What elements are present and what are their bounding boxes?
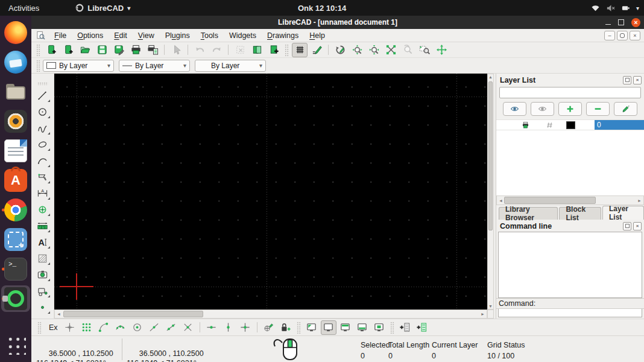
menu-file[interactable]: File: [49, 30, 72, 41]
modify-tool-button[interactable]: [35, 203, 51, 217]
clock[interactable]: Onk 12 10:14: [0, 4, 644, 13]
snap-grid-button[interactable]: [79, 320, 95, 335]
dock-item-firefox[interactable]: [1, 19, 30, 46]
add-options-widget-button[interactable]: [414, 320, 430, 335]
menu-tools[interactable]: Tools: [195, 30, 224, 41]
pen-color-combo[interactable]: By Layer ▾: [43, 60, 114, 72]
dock-area-floating-button[interactable]: [371, 320, 387, 335]
dock-item-chrome[interactable]: [1, 197, 30, 223]
restrict-horizontal-button[interactable]: [204, 320, 219, 335]
zoom-pan-button[interactable]: [434, 43, 449, 57]
scroll-left-icon[interactable]: ◄: [57, 310, 61, 318]
dock-item-screenshot-tool[interactable]: [1, 226, 30, 253]
menu-help[interactable]: Help: [304, 30, 330, 41]
menu-view[interactable]: View: [133, 30, 160, 41]
scroll-left-icon[interactable]: ◄: [499, 196, 503, 205]
curve-tool-button[interactable]: [35, 121, 51, 135]
menu-drawings[interactable]: Drawings: [262, 30, 304, 41]
paste-button[interactable]: [266, 43, 282, 57]
layer-color-cell[interactable]: [561, 120, 595, 130]
copy-button[interactable]: [249, 43, 265, 57]
undo-button[interactable]: [192, 43, 207, 57]
save-drawing-button[interactable]: [94, 43, 110, 57]
add-command-widget-button[interactable]: [397, 320, 413, 335]
tab-library-browser[interactable]: Library Browser: [499, 207, 558, 220]
vertical-scrollbar[interactable]: ▲ ▼: [487, 74, 494, 310]
dock-item-rhythmbox[interactable]: [1, 108, 30, 135]
dock-item-ubuntu-software[interactable]: [1, 167, 30, 194]
ellipse-tool-button[interactable]: [35, 138, 51, 151]
snap-endpoints-button[interactable]: [96, 320, 112, 335]
dock-area-top-button[interactable]: [338, 320, 353, 335]
print-button[interactable]: [128, 43, 144, 57]
layer-filter-input[interactable]: [499, 87, 641, 98]
image-tool-button[interactable]: [35, 268, 51, 282]
scroll-right-icon[interactable]: ►: [637, 196, 642, 205]
cut-button[interactable]: [232, 43, 248, 57]
circle-tool-button[interactable]: [35, 105, 51, 119]
horizontal-scrollbar[interactable]: ◄ ►: [54, 310, 487, 319]
drawing-canvas[interactable]: [54, 74, 487, 310]
layer-row[interactable]: 0: [496, 119, 644, 130]
selection-pointer-button[interactable]: [168, 43, 184, 57]
mdi-restore-button[interactable]: [617, 31, 628, 40]
restore-button[interactable]: [618, 19, 624, 25]
polyline-tool-button[interactable]: [35, 154, 51, 168]
text-tool-button[interactable]: A: [35, 235, 51, 249]
zoom-auto-button[interactable]: [383, 43, 399, 57]
dock-item-terminal[interactable]: [1, 256, 30, 282]
float-panel-button[interactable]: [623, 222, 631, 230]
zoom-redraw-button[interactable]: [332, 43, 348, 57]
close-panel-button[interactable]: ×: [633, 222, 642, 230]
redo-button[interactable]: [209, 43, 224, 57]
snap-free-button[interactable]: [62, 320, 78, 335]
snap-on-entity-button[interactable]: [113, 320, 128, 335]
float-panel-button[interactable]: [623, 76, 631, 84]
command-history-area[interactable]: [498, 232, 642, 298]
minimize-button[interactable]: [605, 24, 611, 25]
add-layer-button[interactable]: [558, 102, 582, 116]
draft-mode-button[interactable]: [309, 43, 324, 57]
save-as-button[interactable]: [111, 43, 127, 57]
close-panel-button[interactable]: ×: [633, 76, 642, 84]
scrollbar-thumb[interactable]: [63, 311, 203, 317]
snap-middle-button[interactable]: [147, 320, 162, 335]
line-tool-button[interactable]: [35, 89, 51, 103]
snap-distance-button[interactable]: [163, 320, 179, 335]
new-drawing-button[interactable]: [43, 43, 59, 57]
zoom-previous-button[interactable]: [400, 43, 415, 57]
snap-center-button[interactable]: [130, 320, 145, 335]
modify-layer-attributes-button[interactable]: [614, 102, 637, 116]
hatch-tool-button[interactable]: [35, 252, 51, 265]
layer-construction-cell[interactable]: [537, 120, 561, 130]
show-all-layers-button[interactable]: [503, 102, 526, 116]
dock-area-default-button[interactable]: [321, 320, 336, 335]
restrict-vertical-button[interactable]: [221, 320, 236, 335]
dimension-tool-button[interactable]: A: [35, 186, 51, 200]
mdi-minimize-button[interactable]: –: [604, 31, 615, 40]
select-tool-button[interactable]: [35, 170, 51, 184]
new-from-template-button[interactable]: [60, 43, 76, 57]
dock-area-bottom-button[interactable]: [355, 320, 370, 335]
open-drawing-button[interactable]: [77, 43, 93, 57]
zoom-out-button[interactable]: [366, 43, 382, 57]
scroll-down-icon[interactable]: ▼: [488, 304, 493, 308]
command-input[interactable]: [498, 309, 642, 317]
scrollbar-thumb[interactable]: [504, 197, 596, 204]
menu-options[interactable]: Options: [72, 30, 109, 41]
layer-list-area[interactable]: [496, 130, 644, 195]
menu-widgets[interactable]: Widgets: [224, 30, 262, 41]
layer-print-cell[interactable]: [513, 120, 537, 130]
dock-item-thunderbird[interactable]: [1, 49, 30, 75]
tab-layer-list[interactable]: Layer List: [602, 206, 644, 220]
lock-relative-zero-button[interactable]: [278, 320, 294, 335]
dock-item-show-applications[interactable]: [1, 331, 30, 357]
set-relative-zero-button[interactable]: [261, 320, 277, 335]
hide-all-layers-button[interactable]: [531, 102, 554, 116]
dock-area-left-button[interactable]: [304, 320, 320, 335]
dock-item-libreoffice-writer[interactable]: [1, 138, 30, 164]
grid-toggle-button[interactable]: [292, 43, 308, 57]
menu-edit[interactable]: Edit: [109, 30, 133, 41]
layer-visibility-cell[interactable]: [496, 120, 513, 130]
system-indicators[interactable]: ▾: [591, 4, 639, 13]
